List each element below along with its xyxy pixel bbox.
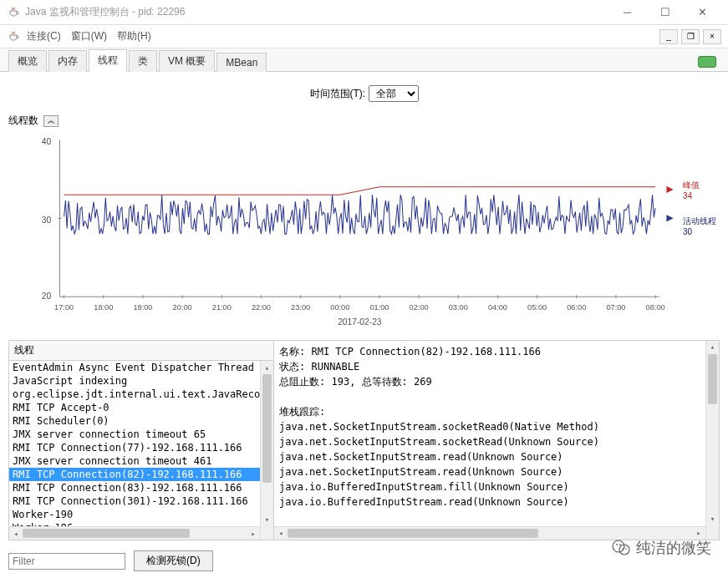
tab-vm-summary[interactable]: VM 概要 bbox=[159, 50, 215, 72]
svg-text:04:00: 04:00 bbox=[488, 303, 507, 312]
stack-line: java.io.BufferedInputStream.read(Unknown… bbox=[279, 494, 714, 509]
svg-point-43 bbox=[616, 544, 618, 545]
subwindow-close[interactable]: × bbox=[703, 29, 721, 44]
chart-title: 线程数 bbox=[8, 114, 38, 128]
minimize-button[interactable]: ─ bbox=[608, 0, 646, 24]
svg-text:08:00: 08:00 bbox=[646, 303, 665, 312]
svg-text:05:00: 05:00 bbox=[527, 303, 547, 312]
thread-item[interactable]: RMI TCP Connection(83)-192.168.111.166 bbox=[9, 481, 273, 494]
svg-text:00:00: 00:00 bbox=[330, 303, 349, 312]
thread-item[interactable]: RMI TCP Connection(82)-192.168.111.166 bbox=[9, 468, 273, 481]
watermark: 纯洁的微笑 bbox=[611, 538, 711, 558]
thread-details: 名称: RMI TCP Connection(82)-192.168.111.1… bbox=[274, 340, 720, 540]
thread-item[interactable]: JMX server connection timeout 461 bbox=[9, 454, 273, 468]
detail-waited-label: 总等待数: bbox=[362, 376, 408, 388]
window-title: Java 监视和管理控制台 - pid: 22296 bbox=[25, 5, 608, 19]
menubar: 连接(C) 窗口(W) 帮助(H) _ ❐ × bbox=[0, 25, 728, 48]
svg-text:02:00: 02:00 bbox=[410, 303, 429, 312]
svg-point-41 bbox=[613, 540, 624, 552]
details-scrollbar[interactable]: ▴ ▾ bbox=[705, 341, 719, 540]
detail-blocked-value: 193, bbox=[331, 376, 355, 388]
threads-panel-header: 线程 bbox=[9, 340, 273, 361]
tab-threads[interactable]: 线程 bbox=[89, 49, 127, 72]
detail-state-value: RUNNABLE bbox=[311, 361, 359, 373]
svg-text:07:00: 07:00 bbox=[606, 303, 625, 312]
timerange-select[interactable]: 全部 bbox=[369, 85, 419, 102]
svg-text:22:00: 22:00 bbox=[252, 303, 271, 312]
svg-text:20: 20 bbox=[42, 292, 52, 301]
wechat-icon bbox=[611, 538, 631, 558]
stack-line: java.net.SocketInputStream.socketRead0(N… bbox=[279, 419, 714, 434]
filter-input[interactable] bbox=[8, 553, 125, 570]
stack-line: java.net.SocketInputStream.read(Unknown … bbox=[279, 464, 714, 479]
thread-item[interactable]: RMI TCP Accept-0 bbox=[9, 401, 273, 414]
peak-value: 34 bbox=[683, 191, 692, 200]
detail-blocked-label: 总阻止数: bbox=[279, 376, 325, 388]
tab-mbean[interactable]: MBean bbox=[216, 53, 267, 72]
svg-text:17:00: 17:00 bbox=[54, 303, 74, 312]
subwindow-minimize[interactable]: _ bbox=[659, 29, 678, 44]
svg-text:20:00: 20:00 bbox=[173, 303, 192, 312]
chart-collapse-button[interactable]: ︽ bbox=[43, 115, 59, 127]
svg-marker-39 bbox=[666, 186, 673, 193]
tab-classes[interactable]: 类 bbox=[129, 50, 157, 72]
svg-point-44 bbox=[619, 544, 621, 545]
stack-line: java.net.SocketInputStream.read(Unknown … bbox=[279, 449, 714, 464]
threads-panel: 线程 EventAdmin Async Event Dispatcher Thr… bbox=[8, 340, 274, 540]
svg-text:19:00: 19:00 bbox=[133, 303, 152, 312]
detail-state-label: 状态: bbox=[279, 361, 305, 373]
live-label: 活动线程 bbox=[683, 216, 716, 226]
thread-chart: 40 30 20 17:0018:0019:0020:0021:0022:002… bbox=[8, 131, 720, 332]
detail-name-value: RMI TCP Connection(82)-192.168.111.166 bbox=[311, 346, 541, 357]
detect-deadlock-button[interactable]: 检测死锁(D) bbox=[134, 550, 213, 571]
subwindow-restore[interactable]: ❐ bbox=[681, 29, 700, 44]
stack-label: 堆栈跟踪: bbox=[279, 404, 714, 419]
svg-text:30: 30 bbox=[42, 215, 52, 224]
tabbar: 概览 内存 线程 类 VM 概要 MBean bbox=[0, 48, 728, 72]
svg-text:40: 40 bbox=[42, 137, 52, 146]
svg-marker-40 bbox=[666, 215, 673, 221]
timerange-row: 时间范围(T): 全部 bbox=[8, 77, 720, 110]
svg-text:03:00: 03:00 bbox=[449, 303, 468, 312]
thread-item[interactable]: JavaScript indexing bbox=[9, 374, 273, 388]
stack-line: java.io.BufferedInputStream.fill(Unknown… bbox=[279, 479, 714, 494]
thread-item[interactable]: EventAdmin Async Event Dispatcher Thread bbox=[9, 361, 273, 374]
svg-text:21:00: 21:00 bbox=[212, 303, 232, 312]
java-icon bbox=[7, 6, 20, 19]
java-icon bbox=[7, 30, 20, 43]
thread-item[interactable]: org.eclipse.jdt.internal.ui.text.JavaRec… bbox=[9, 388, 273, 401]
thread-list-hscrollbar[interactable]: ◂ ▸ bbox=[9, 526, 260, 540]
timerange-label: 时间范围(T): bbox=[310, 88, 366, 99]
live-value: 30 bbox=[683, 227, 692, 236]
thread-item[interactable]: RMI TCP Connection(77)-192.168.111.166 bbox=[9, 441, 273, 454]
connection-status-icon bbox=[698, 56, 716, 68]
thread-item[interactable]: RMI TCP Connection(301)-192.168.111.166 bbox=[9, 494, 273, 508]
thread-item[interactable]: RMI Scheduler(0) bbox=[9, 414, 273, 428]
peak-label: 峰值 bbox=[683, 180, 700, 190]
svg-text:06:00: 06:00 bbox=[567, 303, 586, 312]
svg-point-45 bbox=[622, 548, 624, 550]
thread-list[interactable]: EventAdmin Async Event Dispatcher Thread… bbox=[9, 361, 273, 540]
svg-text:18:00: 18:00 bbox=[94, 303, 113, 312]
maximize-button[interactable]: ☐ bbox=[646, 0, 684, 24]
tab-memory[interactable]: 内存 bbox=[48, 50, 87, 72]
window-titlebar: Java 监视和管理控制台 - pid: 22296 ─ ☐ ✕ bbox=[0, 0, 728, 25]
stack-line: java.net.SocketInputStream.socketRead(Un… bbox=[279, 434, 714, 449]
menu-window[interactable]: 窗口(W) bbox=[71, 29, 107, 43]
close-button[interactable]: ✕ bbox=[684, 0, 721, 24]
detail-waited-value: 269 bbox=[414, 376, 432, 388]
svg-text:2017-02-23: 2017-02-23 bbox=[338, 317, 382, 327]
menu-help[interactable]: 帮助(H) bbox=[117, 29, 151, 43]
svg-text:01:00: 01:00 bbox=[369, 303, 389, 312]
thread-item[interactable]: JMX server connection timeout 65 bbox=[9, 428, 273, 441]
thread-list-scrollbar[interactable]: ▴ ▾ bbox=[260, 361, 273, 540]
menu-connect[interactable]: 连接(C) bbox=[27, 29, 61, 43]
svg-text:23:00: 23:00 bbox=[291, 303, 310, 312]
svg-point-46 bbox=[625, 548, 627, 550]
thread-item[interactable]: Worker-190 bbox=[9, 508, 273, 521]
detail-name-label: 名称: bbox=[279, 346, 305, 357]
tab-overview[interactable]: 概览 bbox=[8, 50, 47, 72]
